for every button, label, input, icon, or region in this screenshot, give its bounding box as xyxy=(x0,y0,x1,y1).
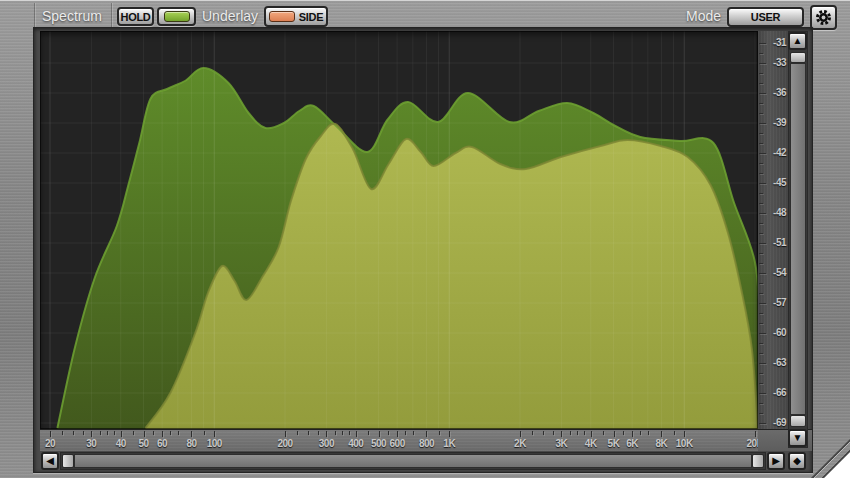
freq-label: 3K xyxy=(546,438,576,450)
db-label: -63 xyxy=(762,357,786,369)
freq-minor-tick xyxy=(178,431,179,435)
freq-major-tick xyxy=(614,431,615,437)
freq-minor-tick xyxy=(73,431,74,435)
db-minor-tick xyxy=(759,223,763,224)
freq-major-tick xyxy=(449,431,450,437)
freq-major-tick xyxy=(520,431,521,437)
db-minor-tick xyxy=(759,293,763,294)
db-label: -42 xyxy=(762,147,786,159)
freq-minor-tick xyxy=(133,431,134,435)
freq-minor-tick xyxy=(388,431,389,435)
plugin-window: Spectrum HOLD Underlay SIDE Mode USER -3… xyxy=(0,0,850,478)
freq-minor-tick xyxy=(107,431,108,435)
resize-corner-button[interactable]: ◆ xyxy=(788,452,806,470)
freq-minor-tick xyxy=(368,431,369,435)
freq-minor-tick xyxy=(170,431,171,435)
side-color-swatch xyxy=(269,11,295,22)
db-label: -39 xyxy=(762,117,786,129)
db-label: -33 xyxy=(762,57,786,69)
freq-minor-tick xyxy=(584,431,585,435)
scroll-down-button[interactable]: ▼ xyxy=(788,429,807,447)
freq-minor-tick xyxy=(342,431,343,435)
db-minor-tick xyxy=(759,323,763,324)
db-label: -54 xyxy=(762,267,786,279)
freq-minor-tick xyxy=(439,431,440,435)
scroll-up-button[interactable]: ▲ xyxy=(788,32,807,50)
freq-major-tick xyxy=(632,431,633,437)
freq-minor-tick xyxy=(318,431,319,435)
db-label: -36 xyxy=(762,87,786,99)
freq-label: 30 xyxy=(76,438,106,450)
db-label: -31 xyxy=(762,37,786,49)
freq-label: 2K xyxy=(505,438,535,450)
freq-minor-tick xyxy=(153,431,154,435)
db-minor-tick xyxy=(759,53,763,54)
freq-label: 100 xyxy=(199,438,229,450)
hscroll-thumb[interactable] xyxy=(74,454,752,468)
spectrum-display[interactable] xyxy=(40,31,758,429)
freq-major-tick xyxy=(561,431,562,437)
db-minor-tick xyxy=(759,163,763,164)
db-label: -57 xyxy=(762,297,786,309)
db-label: -48 xyxy=(762,207,786,219)
mode-user-button[interactable]: USER xyxy=(727,7,804,27)
freq-major-tick xyxy=(661,431,662,437)
db-minor-tick xyxy=(759,143,763,144)
freq-minor-tick xyxy=(570,431,571,435)
hscroll-thumb-right-cap[interactable] xyxy=(752,454,764,468)
vscroll-thumb[interactable] xyxy=(790,63,806,415)
settings-button[interactable] xyxy=(810,5,837,30)
freq-label: 600 xyxy=(382,438,412,450)
freq-label: 6K xyxy=(617,438,647,450)
db-minor-tick xyxy=(759,343,763,344)
hold-button-label: HOLD xyxy=(121,11,151,23)
freq-minor-tick xyxy=(297,431,298,435)
freq-major-tick xyxy=(121,431,122,437)
side-button-label: SIDE xyxy=(299,11,323,23)
freq-minor-tick xyxy=(62,431,63,435)
db-minor-tick xyxy=(759,193,763,194)
resize-diamond-icon: ◆ xyxy=(793,456,801,466)
db-minor-tick xyxy=(759,203,763,204)
db-minor-tick xyxy=(759,173,763,174)
db-minor-tick xyxy=(759,403,763,404)
freq-minor-tick xyxy=(349,431,350,435)
freq-label: 60 xyxy=(147,438,177,450)
db-minor-tick xyxy=(759,83,763,84)
db-minor-tick xyxy=(759,383,763,384)
freq-minor-tick xyxy=(413,431,414,435)
hscroll-thumb-left-cap[interactable] xyxy=(62,454,74,468)
page-title: Spectrum xyxy=(42,8,102,24)
db-minor-tick xyxy=(759,283,763,284)
freq-minor-tick xyxy=(640,431,641,435)
scroll-right-button[interactable]: ▶ xyxy=(767,452,785,470)
mode-value: USER xyxy=(751,11,780,23)
hold-button[interactable]: HOLD xyxy=(117,7,154,26)
freq-label: 10K xyxy=(669,438,699,450)
scroll-left-button[interactable]: ◀ xyxy=(41,452,59,470)
freq-major-tick xyxy=(285,431,286,437)
freq-minor-tick xyxy=(83,431,84,435)
vscroll-thumb-bottom-cap[interactable] xyxy=(790,415,806,427)
mode-label: Mode xyxy=(686,8,721,24)
freq-major-tick xyxy=(50,431,51,437)
db-minor-tick xyxy=(759,103,763,104)
db-minor-tick xyxy=(759,353,763,354)
freq-minor-tick xyxy=(114,431,115,435)
hold-color-swatch xyxy=(164,11,190,22)
db-label: -45 xyxy=(762,177,786,189)
freq-major-tick xyxy=(144,431,145,437)
freq-minor-tick xyxy=(648,431,649,435)
hold-color-button[interactable] xyxy=(157,7,196,26)
freq-minor-tick xyxy=(603,431,604,435)
freq-major-tick xyxy=(397,431,398,437)
freq-minor-tick xyxy=(335,431,336,435)
vscroll-thumb-top-cap[interactable] xyxy=(790,52,806,63)
freq-label: 200 xyxy=(270,438,300,450)
underlay-side-button[interactable]: SIDE xyxy=(264,6,328,27)
freq-major-tick xyxy=(426,431,427,437)
freq-major-tick xyxy=(379,431,380,437)
db-minor-tick xyxy=(759,263,763,264)
db-minor-tick xyxy=(759,133,763,134)
freq-minor-tick xyxy=(577,431,578,435)
